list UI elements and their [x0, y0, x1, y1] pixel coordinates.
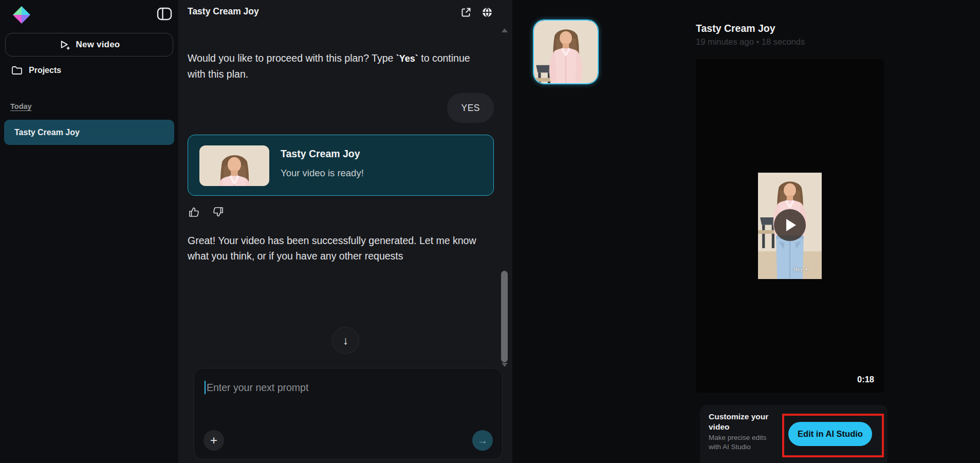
- play-button[interactable]: [774, 209, 806, 241]
- user-message-bubble: YES: [447, 93, 494, 123]
- app-logo-icon[interactable]: [12, 6, 31, 24]
- plus-icon: +: [210, 433, 217, 448]
- video-card-subtitle: Your video is ready!: [281, 168, 364, 179]
- preview-panel: Tasty Cream Joy 19 minutes ago • 18 seco…: [512, 0, 980, 463]
- sidebar-item-projects[interactable]: Projects: [11, 65, 61, 76]
- preview-title: Tasty Cream Joy: [696, 23, 775, 34]
- prompt-input[interactable]: Enter your next prompt + →: [194, 368, 503, 459]
- chat-title: Tasty Cream Joy: [188, 6, 259, 17]
- prompt-placeholder-row: Enter your next prompt: [205, 381, 308, 394]
- folder-icon: [11, 65, 23, 76]
- customize-title: Customize your video: [709, 412, 775, 432]
- chat-panel: Tasty Cream Joy Would you like to procee…: [178, 0, 512, 463]
- attach-button[interactable]: +: [204, 430, 224, 451]
- projects-label: Projects: [29, 66, 61, 75]
- assistant-message: Great! Your video has been successfully …: [188, 233, 483, 264]
- chat-header: Tasty Cream Joy: [178, 0, 512, 25]
- scene-thumbnail[interactable]: [533, 20, 599, 84]
- user-message-text: YES: [461, 103, 480, 114]
- scrollbar-down-arrow[interactable]: [502, 363, 508, 367]
- scrollbar-thumb[interactable]: [501, 271, 508, 362]
- preview-meta: 19 minutes ago • 18 seconds: [696, 37, 805, 47]
- send-button[interactable]: →: [472, 430, 493, 451]
- edit-in-ai-studio-button[interactable]: Edit in AI Studio: [788, 422, 872, 446]
- open-external-icon[interactable]: [460, 7, 472, 18]
- sidebar: New video Projects Today Tasty Cream Joy: [0, 0, 178, 463]
- scrollbar-up-arrow[interactable]: [502, 28, 508, 32]
- thumbs-up-icon[interactable]: [188, 206, 200, 218]
- thumbs-down-icon[interactable]: [212, 206, 225, 218]
- assistant-message-text: Would you like to proceed with this plan…: [188, 52, 396, 64]
- sidebar-item-tasty-cream-joy[interactable]: Tasty Cream Joy: [4, 120, 174, 145]
- video-duration: 0:18: [857, 375, 874, 384]
- video-watermark: Hey ✦: [793, 267, 809, 272]
- assistant-message: Would you like to proceed with this plan…: [188, 50, 475, 82]
- arrow-down-icon: ↓: [343, 334, 348, 347]
- assistant-message-code: `Yes`: [396, 53, 418, 64]
- text-caret: [205, 381, 206, 394]
- history-item-label: Tasty Cream Joy: [14, 128, 80, 137]
- scroll-to-bottom-button[interactable]: ↓: [332, 327, 359, 354]
- video-card-thumbnail: [199, 145, 269, 186]
- prompt-placeholder: Enter your next prompt: [207, 382, 308, 394]
- video-card-title: Tasty Cream Joy: [281, 148, 360, 160]
- globe-icon[interactable]: [482, 7, 493, 18]
- video-player[interactable]: Hey ✦ 0:18: [696, 59, 884, 393]
- customize-card: Customize your video Make precise edits …: [700, 405, 887, 463]
- video-ready-card[interactable]: Tasty Cream Joy Your video is ready!: [188, 135, 494, 196]
- new-video-label: New video: [76, 40, 120, 50]
- chat-scrollbar: [501, 0, 508, 463]
- new-video-icon: [59, 39, 70, 51]
- history-section-label: Today: [10, 102, 32, 110]
- customize-subtitle: Make precise edits with AI Studio: [709, 433, 781, 452]
- feedback-row: [188, 206, 225, 218]
- send-arrow-icon: →: [477, 435, 488, 447]
- sidebar-toggle-icon[interactable]: [157, 7, 172, 21]
- new-video-button[interactable]: New video: [5, 33, 173, 57]
- play-icon: [786, 219, 796, 231]
